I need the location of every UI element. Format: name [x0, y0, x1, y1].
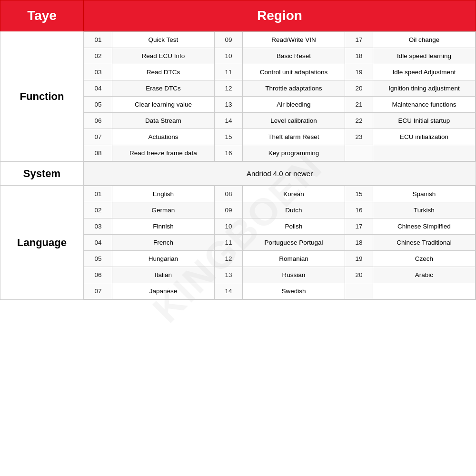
header-region: Region [84, 0, 476, 31]
num-col: 12 [214, 251, 242, 267]
table-row: 01 Quick Test 09 Read/Write VIN 17 Oil c… [84, 32, 476, 48]
num-col: 09 [214, 202, 242, 218]
label-col [373, 145, 475, 161]
label-col: Chinese Traditional [373, 235, 475, 251]
num-col: 15 [214, 129, 242, 145]
num-col [345, 283, 373, 299]
label-col: Czech [373, 251, 475, 267]
num-col: 06 [84, 113, 112, 129]
label-col: Air bleeding [242, 97, 345, 113]
label-col: Data Stream [112, 113, 214, 129]
num-col: 16 [345, 202, 373, 218]
num-col [345, 145, 373, 161]
num-col: 01 [84, 32, 112, 48]
num-col: 07 [84, 129, 112, 145]
label-col: Theft alarm Reset [242, 129, 345, 145]
table-row: 05 Hungarian 12 Romanian 19 Czech [84, 251, 476, 267]
label-col: Idle speed learning [373, 48, 475, 64]
label-col: French [112, 235, 214, 251]
table-row: 06 Data Stream 14 Level calibration 22 E… [84, 113, 476, 129]
table-row: 05 Clear learning value 13 Air bleeding … [84, 97, 476, 113]
label-col: English [112, 186, 214, 202]
label-col: Swedish [242, 283, 345, 299]
num-col: 01 [84, 186, 112, 202]
num-col: 02 [84, 202, 112, 218]
language-section: Language 01 English 08 Korean 15 Spanish… [0, 186, 476, 300]
num-col: 13 [214, 267, 242, 283]
num-col: 06 [84, 267, 112, 283]
table-row: 02 German 09 Dutch 16 Turkish [84, 202, 476, 218]
label-col: Erase DTCs [112, 80, 214, 97]
num-col: 08 [84, 145, 112, 161]
label-col: Russian [242, 267, 345, 283]
table-row: 07 Actuations 15 Theft alarm Reset 23 EC… [84, 129, 476, 145]
label-col: Key programming [242, 145, 345, 161]
num-col: 15 [345, 186, 373, 202]
num-col: 12 [214, 80, 242, 97]
label-col: Oil change [373, 32, 475, 48]
num-col: 22 [345, 113, 373, 129]
label-col: Hungarian [112, 251, 214, 267]
label-col [373, 283, 475, 299]
num-col: 09 [214, 32, 242, 48]
table-row: 04 French 11 Portuguese Portugal 18 Chin… [84, 235, 476, 251]
num-col: 14 [214, 113, 242, 129]
label-col: Clear learning value [112, 97, 214, 113]
table-row: 07 Japanese 14 Swedish [84, 283, 476, 299]
language-data: 01 English 08 Korean 15 Spanish 02 Germa… [84, 186, 476, 300]
num-col: 20 [345, 267, 373, 283]
label-col: Quick Test [112, 32, 214, 48]
label-col: Throttle adaptations [242, 80, 345, 97]
label-col: ECU initialization [373, 129, 475, 145]
label-col: Idle speed Adjustment [373, 64, 475, 80]
header-taye: Taye [0, 0, 84, 31]
label-col: ECU Initial startup [373, 113, 475, 129]
num-col: 10 [214, 218, 242, 235]
table-row: 08 Read freeze frame data 16 Key program… [84, 145, 476, 161]
num-col: 02 [84, 48, 112, 64]
num-col: 03 [84, 218, 112, 235]
label-col: Read DTCs [112, 64, 214, 80]
num-col: 21 [345, 97, 373, 113]
num-col: 19 [345, 251, 373, 267]
label-col: Japanese [112, 283, 214, 299]
num-col: 07 [84, 283, 112, 299]
function-label: Function [0, 31, 84, 162]
table-row: 02 Read ECU Info 10 Basic Reset 18 Idle … [84, 48, 476, 64]
label-col: Read freeze frame data [112, 145, 214, 161]
label-col: Korean [242, 186, 345, 202]
num-col: 10 [214, 48, 242, 64]
num-col: 05 [84, 97, 112, 113]
label-col: Read/Write VIN [242, 32, 345, 48]
system-label: System [0, 162, 84, 186]
function-data: 01 Quick Test 09 Read/Write VIN 17 Oil c… [84, 31, 476, 162]
table-row: 03 Finnish 10 Polish 17 Chinese Simplifi… [84, 218, 476, 235]
num-col: 23 [345, 129, 373, 145]
label-col: Polish [242, 218, 345, 235]
label-col: Dutch [242, 202, 345, 218]
table-row: 03 Read DTCs 11 Control unit adaptations… [84, 64, 476, 80]
table-row: 04 Erase DTCs 12 Throttle adaptations 20… [84, 80, 476, 97]
num-col: 16 [214, 145, 242, 161]
label-col: Italian [112, 267, 214, 283]
num-col: 20 [345, 80, 373, 97]
num-col: 17 [345, 218, 373, 235]
num-col: 05 [84, 251, 112, 267]
label-col: Finnish [112, 218, 214, 235]
num-col: 11 [214, 235, 242, 251]
label-col: Ignition tining adjustment [373, 80, 475, 97]
function-section: Function 01 Quick Test 09 Read/Write VIN… [0, 31, 476, 162]
num-col: 18 [345, 235, 373, 251]
label-col: Chinese Simplified [373, 218, 475, 235]
table-row: 06 Italian 13 Russian 20 Arabic [84, 267, 476, 283]
label-col: Basic Reset [242, 48, 345, 64]
num-col: 14 [214, 283, 242, 299]
label-col: German [112, 202, 214, 218]
num-col: 11 [214, 64, 242, 80]
label-col: Control unit adaptations [242, 64, 345, 80]
language-grid: 01 English 08 Korean 15 Spanish 02 Germa… [84, 186, 476, 299]
system-value: Andriod 4.0 or newer [84, 162, 476, 186]
num-col: 03 [84, 64, 112, 80]
label-col: Level calibration [242, 113, 345, 129]
label-col: Read ECU Info [112, 48, 214, 64]
